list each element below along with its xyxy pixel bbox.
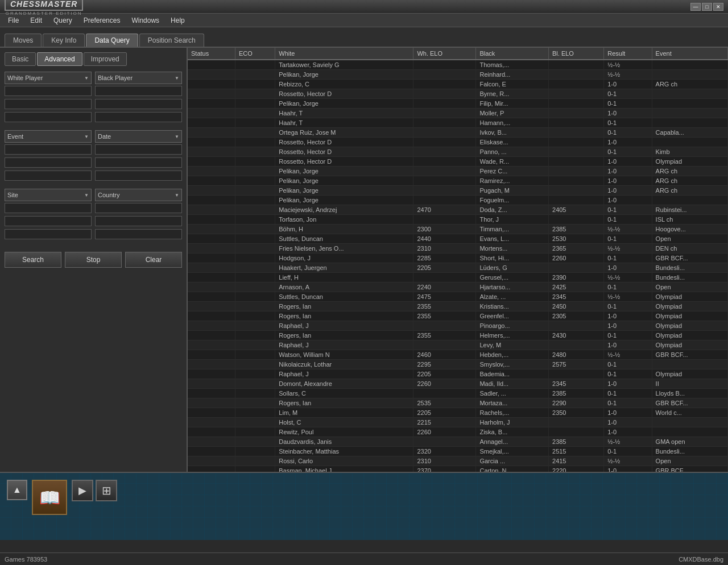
- white-player-input-2[interactable]: [5, 99, 92, 109]
- table-row[interactable]: Tartakower, Saviely GThomas,...½-½: [188, 60, 728, 70]
- table-row[interactable]: Hodgson, J2285Short, Hi...22600-1GBR BCF…: [188, 254, 728, 263]
- menu-edit[interactable]: Edit: [24, 15, 48, 26]
- tab-keyinfo[interactable]: Key Info: [43, 34, 85, 47]
- table-row[interactable]: Nikolaiczuk, Lothar2295Smyslov,...25750-…: [188, 360, 728, 369]
- country-input-3[interactable]: [95, 229, 182, 239]
- data-table-scroll[interactable]: Status ECO White Wh. ELO Black Bl. ELO R…: [188, 48, 728, 484]
- search-button[interactable]: Search: [5, 252, 61, 268]
- site-input-1[interactable]: [5, 203, 92, 213]
- col-result[interactable]: Result: [604, 48, 652, 60]
- table-row[interactable]: Böhm, H2300Timman,...2385½-½Hoogove...: [188, 225, 728, 234]
- table-row[interactable]: Rossetto, Hector DPanno, ...0-1Kimb: [188, 147, 728, 157]
- table-row[interactable]: Domont, Alexandre2260Madi, Ild...23451-0…: [188, 379, 728, 389]
- table-row[interactable]: Rogers, Ian2355Helmers,...24300-1Olympia…: [188, 331, 728, 340]
- table-row[interactable]: Pelikan, JorgePerez C...1-0ARG ch: [188, 167, 728, 176]
- menu-preferences[interactable]: Preferences: [78, 15, 126, 26]
- table-row[interactable]: Watson, William N2460Hebden,...2480½-½GB…: [188, 350, 728, 360]
- col-black[interactable]: Black: [476, 48, 549, 60]
- table-row[interactable]: Lieff, HGerusel,...2390½-½Bundesli...: [188, 273, 728, 282]
- black-player-input-2[interactable]: [95, 99, 182, 109]
- table-row[interactable]: Sollars, CSadler, ...23850-1Lloyds B...: [188, 389, 728, 398]
- site-input-3[interactable]: [5, 229, 92, 239]
- menu-file[interactable]: File: [2, 15, 24, 26]
- table-row[interactable]: Pelikan, JorgeRamirez,...1-0ARG ch: [188, 176, 728, 186]
- white-player-input-1[interactable]: [5, 86, 92, 96]
- subtab-basic[interactable]: Basic: [5, 52, 36, 66]
- black-player-input-3[interactable]: [95, 112, 182, 122]
- table-row[interactable]: Raphael, JLevy, M1-0Olympiad: [188, 340, 728, 350]
- col-eco[interactable]: ECO: [235, 48, 275, 60]
- board-icon[interactable]: ⊞: [96, 480, 117, 501]
- table-row[interactable]: Raphael, J2205Bademia...0-1Olympiad: [188, 369, 728, 379]
- date-input-2[interactable]: [95, 157, 182, 168]
- tab-positionsearch[interactable]: Position Search: [139, 34, 204, 47]
- table-row[interactable]: Pelikan, JorgeFilip, Mir...0-1: [188, 99, 728, 109]
- site-dropdown[interactable]: Site ▼: [5, 189, 92, 201]
- subtab-advanced[interactable]: Advanced: [37, 52, 82, 66]
- white-player-input-3[interactable]: [5, 112, 92, 122]
- scroll-up-button[interactable]: ▲: [7, 480, 27, 500]
- tab-moves[interactable]: Moves: [5, 34, 42, 47]
- menu-query[interactable]: Query: [48, 15, 78, 26]
- window-controls[interactable]: — □ ✕: [690, 3, 723, 11]
- event-input-1[interactable]: [5, 144, 92, 155]
- event-dropdown[interactable]: Event ▼: [5, 130, 92, 143]
- maximize-button[interactable]: □: [702, 3, 712, 11]
- menu-windows[interactable]: Windows: [126, 15, 165, 26]
- table-row[interactable]: Ortega Ruiz, Jose MIvkov, B...0-1Capabla…: [188, 128, 728, 138]
- col-wh-elo[interactable]: Wh. ELO: [413, 48, 476, 60]
- white-player-group: White Player ▼: [5, 72, 92, 123]
- table-row[interactable]: Haahr, THamann,...0-1: [188, 118, 728, 128]
- col-bl-elo[interactable]: Bl. ELO: [549, 48, 604, 60]
- table-row[interactable]: Rogers, Ian2355Greenfel...23051-0Olympia…: [188, 311, 728, 321]
- stop-button[interactable]: Stop: [65, 252, 122, 268]
- date-input-3[interactable]: [95, 171, 182, 181]
- play-button[interactable]: ▶: [72, 480, 93, 501]
- clear-button[interactable]: Clear: [125, 252, 182, 268]
- table-row[interactable]: Rossetto, Hector DEliskase...1-0: [188, 138, 728, 147]
- subtab-improved[interactable]: Improved: [84, 52, 127, 66]
- close-button[interactable]: ✕: [713, 3, 723, 11]
- black-player-dropdown[interactable]: Black Player ▼: [95, 72, 182, 84]
- tab-dataquery[interactable]: Data Query: [86, 34, 138, 47]
- table-row[interactable]: Daudzvardis, JanisAnnagel...2385½-½GMA o…: [188, 437, 728, 447]
- minimize-button[interactable]: —: [690, 3, 701, 11]
- table-row[interactable]: Haahr, TMoller, P1-0: [188, 109, 728, 118]
- table-row[interactable]: Rewitz, Poul2260Ziska, B...1-0: [188, 427, 728, 437]
- table-row[interactable]: Pelikan, JorgePugach, M1-0ARG ch: [188, 186, 728, 196]
- black-player-input-1[interactable]: [95, 86, 182, 96]
- table-row[interactable]: Suttles, Duncan2475Alzate, ...2345½-½Oly…: [188, 292, 728, 302]
- event-input-3[interactable]: [5, 171, 92, 181]
- country-input-1[interactable]: [95, 203, 182, 213]
- table-row[interactable]: Lim, M2205Rachels,...23501-0World c...: [188, 408, 728, 418]
- table-row[interactable]: Steinbacher, Matthias2320Smejkal,...2515…: [188, 447, 728, 456]
- date-input-1[interactable]: [95, 144, 182, 155]
- table-row[interactable]: Rossetto, Hector DWade, R...1-0Olympiad: [188, 157, 728, 167]
- col-status[interactable]: Status: [188, 48, 235, 60]
- date-dropdown[interactable]: Date ▼: [95, 130, 182, 143]
- table-row[interactable]: Rebizzo, CFalcon, E1-0ARG ch: [188, 80, 728, 89]
- table-row[interactable]: Pelikan, JorgeFoguelm...1-0: [188, 196, 728, 205]
- event-input-2[interactable]: [5, 157, 92, 168]
- table-row[interactable]: Holst, C2215Harholm, J1-0: [188, 418, 728, 427]
- table-row[interactable]: Rogers, Ian2355Kristians...24500-1Olympi…: [188, 302, 728, 311]
- table-row[interactable]: Pelikan, JorgeReinhard...½-½: [188, 70, 728, 80]
- table-row[interactable]: Maciejewski, Andrzej2470Doda, Z...24050-…: [188, 205, 728, 215]
- col-white[interactable]: White: [275, 48, 413, 60]
- col-event[interactable]: Event: [652, 48, 727, 60]
- menu-help[interactable]: Help: [165, 15, 191, 26]
- table-row[interactable]: Fries Nielsen, Jens O...2310Mortens...23…: [188, 244, 728, 254]
- book-icon-button[interactable]: 📖: [32, 480, 67, 515]
- country-input-2[interactable]: [95, 216, 182, 226]
- table-row[interactable]: Suttles, Duncan2440Evans, L...25300-1Ope…: [188, 234, 728, 244]
- table-row[interactable]: Arnason, A2240Hjartarso...24250-1Open: [188, 282, 728, 292]
- table-row[interactable]: Rogers, Ian2535Mortaza...22900-1GBR BCF.…: [188, 398, 728, 408]
- country-dropdown[interactable]: Country ▼: [95, 189, 182, 201]
- white-player-dropdown[interactable]: White Player ▼: [5, 72, 92, 84]
- table-row[interactable]: Torfason, JonThor, J0-1ISL ch: [188, 215, 728, 225]
- table-row[interactable]: Haakert, Juergen2205Lüders, G1-0Bundesli…: [188, 263, 728, 273]
- table-row[interactable]: Rossetto, Hector DByrne, R...0-1: [188, 89, 728, 99]
- site-input-2[interactable]: [5, 216, 92, 226]
- table-row[interactable]: Rossi, Carlo2310Garcia ...2415½-½Open: [188, 456, 728, 466]
- table-row[interactable]: Raphael, JPinoargo...1-0Olympiad: [188, 321, 728, 331]
